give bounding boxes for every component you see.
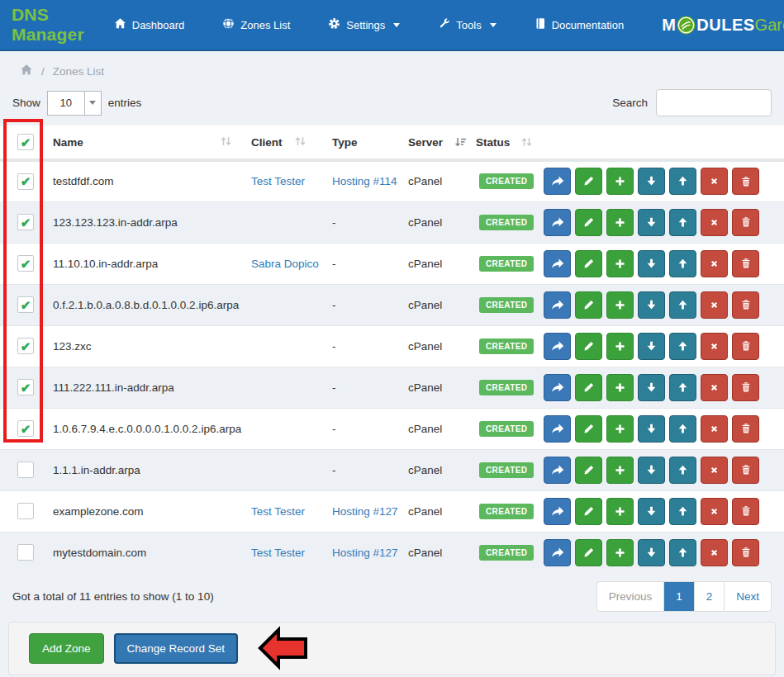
row-checkbox[interactable]: ✔ xyxy=(17,255,34,272)
arrow-down-icon[interactable] xyxy=(638,457,665,484)
pencil-icon[interactable] xyxy=(575,168,602,195)
trash-icon[interactable] xyxy=(732,457,759,484)
row-checkbox[interactable] xyxy=(17,503,34,519)
arrow-down-icon[interactable] xyxy=(638,374,665,401)
forward-icon[interactable] xyxy=(544,374,571,401)
forward-icon[interactable] xyxy=(544,457,571,484)
zone-type[interactable]: - xyxy=(332,464,336,476)
forward-icon[interactable] xyxy=(544,291,571,319)
pagination-previous[interactable]: Previous xyxy=(597,582,664,611)
forward-icon[interactable] xyxy=(544,250,571,277)
plus-icon[interactable] xyxy=(606,209,634,236)
forward-icon[interactable] xyxy=(544,539,571,566)
pencil-icon[interactable] xyxy=(575,498,602,525)
arrow-down-icon[interactable] xyxy=(638,498,665,525)
row-checkbox[interactable] xyxy=(17,462,34,478)
arrow-down-icon[interactable] xyxy=(638,250,665,277)
arrow-down-icon[interactable] xyxy=(638,168,665,195)
plus-icon[interactable] xyxy=(606,457,634,484)
arrow-down-icon[interactable] xyxy=(638,415,665,443)
select-all-checkbox[interactable]: ✔ xyxy=(17,134,34,150)
change-record-set-button[interactable]: Change Record Set xyxy=(114,633,239,664)
app-title[interactable]: DNS Manager xyxy=(12,5,84,45)
arrow-down-icon[interactable] xyxy=(638,209,665,236)
zone-type[interactable]: Hosting #114 xyxy=(332,175,397,187)
plus-icon[interactable] xyxy=(606,333,634,360)
zone-client[interactable]: Test Tester xyxy=(251,505,305,518)
arrow-up-icon[interactable] xyxy=(669,415,696,443)
column-header-status[interactable]: Status xyxy=(469,125,537,160)
arrow-up-icon[interactable] xyxy=(669,209,696,236)
x-icon[interactable] xyxy=(701,415,728,443)
plus-icon[interactable] xyxy=(606,374,634,401)
add-zone-button[interactable]: Add Zone xyxy=(29,633,104,664)
zone-type[interactable]: - xyxy=(332,381,336,394)
plus-icon[interactable] xyxy=(606,250,634,277)
pencil-icon[interactable] xyxy=(575,209,602,236)
trash-icon[interactable] xyxy=(732,209,759,236)
trash-icon[interactable] xyxy=(732,291,759,319)
trash-icon[interactable] xyxy=(732,415,759,443)
row-checkbox[interactable]: ✔ xyxy=(17,420,34,437)
column-header-client[interactable]: Client xyxy=(245,125,325,160)
nav-settings[interactable]: Settings xyxy=(328,17,400,32)
column-header-name[interactable]: Name xyxy=(46,125,245,160)
forward-icon[interactable] xyxy=(544,415,571,443)
zone-type[interactable]: - xyxy=(332,340,336,353)
zone-type[interactable]: - xyxy=(332,299,336,311)
arrow-down-icon[interactable] xyxy=(638,333,665,360)
plus-icon[interactable] xyxy=(606,539,634,566)
pencil-icon[interactable] xyxy=(575,457,602,484)
forward-icon[interactable] xyxy=(544,168,571,195)
row-checkbox[interactable]: ✔ xyxy=(17,296,34,313)
arrow-up-icon[interactable] xyxy=(669,291,696,319)
pagination-page-2[interactable]: 2 xyxy=(694,582,725,611)
nav-zones-list[interactable]: Zones List xyxy=(222,17,290,32)
x-icon[interactable] xyxy=(701,374,728,401)
pencil-icon[interactable] xyxy=(575,291,602,319)
zone-type[interactable]: - xyxy=(332,258,336,270)
arrow-up-icon[interactable] xyxy=(669,374,696,401)
row-checkbox[interactable]: ✔ xyxy=(17,214,34,230)
forward-icon[interactable] xyxy=(544,498,571,525)
plus-icon[interactable] xyxy=(606,415,634,443)
page-size-select[interactable]: 10 xyxy=(47,91,102,116)
pencil-icon[interactable] xyxy=(575,374,602,401)
trash-icon[interactable] xyxy=(732,539,759,566)
arrow-up-icon[interactable] xyxy=(669,457,696,484)
x-icon[interactable] xyxy=(701,209,728,236)
arrow-up-icon[interactable] xyxy=(669,168,696,195)
zone-type[interactable]: - xyxy=(332,423,336,435)
zone-client[interactable]: Test Tester xyxy=(251,547,305,559)
zone-type[interactable]: Hosting #127 xyxy=(332,505,398,518)
nav-documentation[interactable]: Documentation xyxy=(535,17,624,32)
x-icon[interactable] xyxy=(701,457,728,484)
zone-client[interactable]: Test Tester xyxy=(251,175,305,187)
column-header-type[interactable]: Type xyxy=(325,125,402,160)
forward-icon[interactable] xyxy=(544,209,571,236)
trash-icon[interactable] xyxy=(732,333,759,360)
nav-dashboard[interactable]: Dashboard xyxy=(114,17,185,32)
x-icon[interactable] xyxy=(701,539,728,566)
x-icon[interactable] xyxy=(701,291,728,319)
row-checkbox[interactable]: ✔ xyxy=(17,379,34,395)
column-header-server[interactable]: Server xyxy=(402,125,469,160)
row-checkbox[interactable]: ✔ xyxy=(17,173,34,190)
trash-icon[interactable] xyxy=(732,374,759,401)
arrow-up-icon[interactable] xyxy=(669,333,696,360)
x-icon[interactable] xyxy=(701,250,728,277)
pagination-next[interactable]: Next xyxy=(724,582,771,611)
select-all-header[interactable]: ✔ xyxy=(0,125,46,160)
x-icon[interactable] xyxy=(701,498,728,525)
pencil-icon[interactable] xyxy=(575,415,602,443)
trash-icon[interactable] xyxy=(732,250,759,277)
arrow-up-icon[interactable] xyxy=(669,539,696,566)
plus-icon[interactable] xyxy=(606,168,634,195)
arrow-up-icon[interactable] xyxy=(669,498,696,525)
zone-type[interactable]: - xyxy=(332,216,336,229)
plus-icon[interactable] xyxy=(606,498,634,525)
x-icon[interactable] xyxy=(701,168,728,195)
row-checkbox[interactable]: ✔ xyxy=(17,338,34,354)
pencil-icon[interactable] xyxy=(575,539,602,566)
x-icon[interactable] xyxy=(701,333,728,360)
